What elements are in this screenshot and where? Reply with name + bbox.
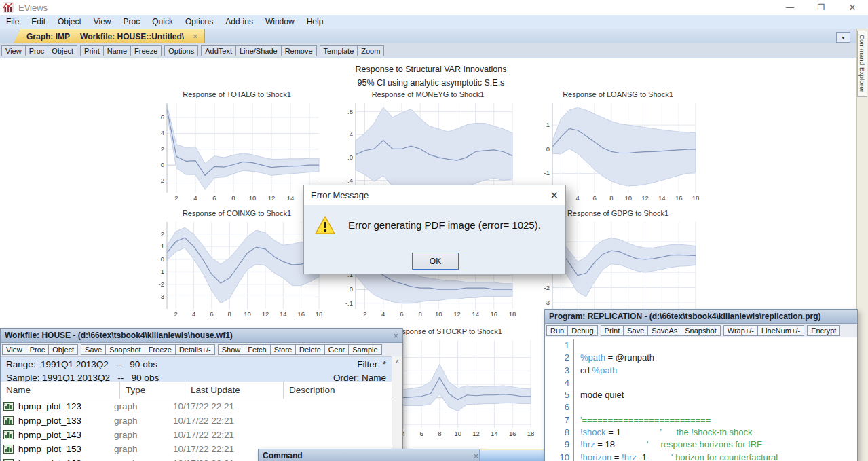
graph-zoom-button[interactable]: Zoom [357, 45, 384, 56]
workfile-view-button[interactable]: View [2, 344, 26, 355]
workfile-delete-button[interactable]: Delete [295, 344, 325, 355]
workfile-details-button[interactable]: Details+/- [175, 344, 215, 355]
line-number: 9 [545, 439, 574, 451]
object-type: graph [114, 444, 173, 454]
workfile-save-button[interactable]: Save [81, 344, 106, 355]
workfile-store-button[interactable]: Store [270, 344, 296, 355]
object-type: graph [114, 401, 173, 411]
program-encrypt-button[interactable]: Encrypt [807, 325, 840, 336]
scroll-up-icon[interactable]: ∧ [396, 358, 400, 461]
program-print-button[interactable]: Print [601, 325, 624, 336]
graph-addtext-button[interactable]: AddText [201, 45, 236, 56]
eviews-application: EViews — ❐ ✕ FileEditObjectViewProcQuick… [0, 0, 868, 461]
svg-text:-2: -2 [159, 280, 164, 288]
menu-object[interactable]: Object [52, 15, 88, 29]
error-dialog-titlebar[interactable]: Error Message ✕ [304, 185, 565, 205]
error-dialog-close-icon[interactable]: ✕ [550, 189, 559, 202]
code-line: 6 [545, 401, 857, 413]
tab-list-dropdown-icon[interactable]: ▼ [836, 32, 850, 43]
workfile-proc-button[interactable]: Proc [26, 344, 50, 355]
workfile-info-panel: Range: 1991Q1 2013Q2 -- 90 obs Filter: *… [1, 357, 402, 384]
table-row[interactable]: hpmp_plot_123graph10/17/22 22:21 [1, 399, 392, 413]
tab-graph-imp[interactable]: Graph: IMP Workfile: HOUSE::Untitled\ × [14, 29, 205, 43]
workfile-object-button[interactable]: Object [48, 344, 78, 355]
program-save-button[interactable]: Save [623, 325, 648, 336]
graph-lineshade-button[interactable]: Line/Shade [235, 45, 282, 56]
svg-text:-2: -2 [544, 284, 550, 291]
table-row[interactable]: hpmp_plot_133graph10/17/22 22:21 [1, 413, 392, 428]
subplot-title: Response of MONEYG to Shock1 [338, 90, 518, 100]
menu-file[interactable]: File [0, 15, 25, 29]
menu-options[interactable]: Options [179, 15, 219, 29]
menu-edit[interactable]: Edit [25, 15, 52, 29]
svg-text:10: 10 [244, 310, 251, 318]
code-line: 2%path = @runpath [545, 352, 857, 364]
workfile-freeze-button[interactable]: Freeze [145, 344, 176, 355]
svg-text:4: 4 [193, 194, 197, 202]
svg-text:-.1: -.1 [345, 299, 353, 307]
menu-help[interactable]: Help [301, 15, 330, 29]
program-titlebar[interactable]: Program: REPLICATION - (d:\66tex\tsbook4… [545, 310, 857, 324]
svg-text:2: 2 [363, 310, 366, 318]
workfile-show-button[interactable]: Show [218, 344, 245, 355]
line-number: 6 [545, 401, 574, 413]
menu-addins[interactable]: Add-ins [219, 15, 259, 29]
command-close-icon[interactable]: × [468, 451, 478, 461]
svg-text:-2: -2 [159, 177, 164, 184]
program-debug-button[interactable]: Debug [567, 325, 597, 336]
workfile-sample-button[interactable]: Sample [348, 344, 381, 355]
svg-text:-3: -3 [544, 299, 550, 306]
command-explorer-tab[interactable]: Command Explorer [857, 31, 867, 97]
menu-quick[interactable]: Quick [146, 15, 179, 29]
svg-text:16: 16 [675, 194, 683, 202]
svg-text:16: 16 [491, 310, 498, 318]
program-wrap-button[interactable]: Wrap+/- [723, 325, 758, 336]
graph-template-button[interactable]: Template [320, 45, 358, 56]
column-header-description[interactable]: Description [284, 382, 392, 399]
column-header-type[interactable]: Type [120, 382, 185, 399]
menu-proc[interactable]: Proc [117, 15, 147, 29]
svg-text:12: 12 [641, 194, 649, 202]
graph-name-button[interactable]: Name [103, 45, 131, 56]
command-titlebar[interactable]: Command × [259, 449, 483, 461]
workfile-snapshot-button[interactable]: Snapshot [105, 344, 145, 355]
graph-object-icon [3, 402, 14, 411]
close-icon[interactable]: ✕ [837, 0, 868, 15]
svg-text:6: 6 [210, 310, 213, 318]
program-code-editor[interactable]: 12%path = @runpath3cd %path45mode quiet6… [545, 337, 857, 461]
svg-text:2: 2 [161, 145, 164, 153]
menu-window[interactable]: Window [259, 15, 301, 29]
graph-object-button[interactable]: Object [48, 45, 77, 56]
graph-view-button[interactable]: View [1, 45, 26, 56]
graph-freeze-button[interactable]: Freeze [130, 45, 162, 56]
svg-text:8: 8 [438, 430, 441, 437]
column-header-lastupdate[interactable]: Last Update [185, 382, 284, 399]
workfile-close-icon[interactable]: × [388, 331, 398, 341]
workfile-genr-button[interactable]: Genr [324, 344, 349, 355]
workfile-titlebar[interactable]: Workfile: HOUSE - (d:\66tex\tsbook4\kili… [1, 329, 402, 343]
menu-view[interactable]: View [88, 15, 117, 29]
svg-text:.8: .8 [347, 108, 353, 115]
code-line: 8!shock = 1 ' the !shock-th shock [545, 426, 857, 439]
program-saveas-button[interactable]: SaveAs [647, 325, 681, 336]
table-row[interactable]: hpmp_plot_143graph10/17/22 22:21 [1, 428, 392, 442]
object-last-update: 10/17/22 22:21 [173, 416, 265, 426]
code-line: 3cd %path [545, 365, 857, 377]
graph-proc-button[interactable]: Proc [25, 45, 49, 56]
workfile-filter: Filter: * [357, 359, 386, 369]
restore-icon[interactable]: ❐ [806, 0, 837, 15]
workfile-fetch-button[interactable]: Fetch [244, 344, 271, 355]
graph-print-button[interactable]: Print [80, 45, 104, 56]
error-message-dialog: Error Message ✕ Error generating PDF ima… [303, 185, 566, 274]
svg-text:2: 2 [174, 310, 178, 318]
workfile-scrollbar[interactable]: ∧ [392, 356, 402, 461]
minimize-icon[interactable]: — [774, 0, 806, 15]
program-linenum-button[interactable]: LineNum+/- [757, 325, 804, 336]
ok-button[interactable]: OK [412, 253, 459, 270]
tab-close-icon[interactable]: × [193, 32, 197, 41]
program-run-button[interactable]: Run [546, 325, 568, 336]
graph-remove-button[interactable]: Remove [281, 45, 317, 56]
program-snapshot-button[interactable]: Snapshot [681, 325, 720, 336]
graph-options-button[interactable]: Options [164, 45, 198, 56]
column-header-name[interactable]: Name [1, 382, 120, 399]
